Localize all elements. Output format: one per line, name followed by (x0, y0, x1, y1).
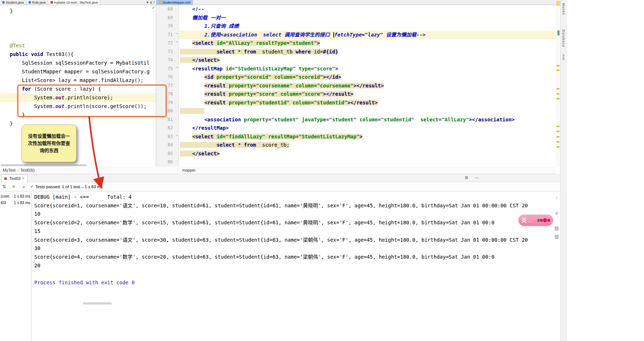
scroll-to-top-icon[interactable]: ↑ (553, 195, 560, 200)
tab-mytest-java[interactable]: mybatis-15-test\...\MyTest.java (48, 0, 101, 5)
close-icon[interactable]: ✕ (22, 177, 25, 180)
code-line: 77 <result property="coursename" column=… (156, 82, 556, 90)
run-console[interactable]: DEBUG [main] - <== Total: 4Score{scoreid… (31, 191, 551, 341)
token (414, 117, 420, 122)
code-text: } (0, 111, 156, 119)
token: javaType (302, 117, 326, 122)
token (253, 40, 256, 46)
tab-student-java[interactable]: Student.java (0, 0, 26, 5)
breadcrumb-mapper[interactable]: mapper (182, 168, 196, 172)
token: = (311, 66, 314, 72)
code-line: 79 <result property="studentid" column="… (156, 99, 556, 107)
code-line: 80 (156, 107, 556, 116)
code-text: <id property="scoreid" column="scoreid">… (179, 73, 556, 82)
code-line: @Test (0, 41, 156, 50)
gutter-line-number: 71− (156, 31, 179, 39)
indent (180, 151, 192, 156)
right-editor-tab-group: StudentMapper.xml (157, 0, 193, 5)
token: = (268, 117, 271, 122)
tree-row-test[interactable]: t03 1 s 83 ms (0, 199, 31, 206)
token: column (359, 117, 378, 122)
token: select (216, 142, 235, 148)
gear-icon[interactable]: ⚙ (465, 175, 469, 180)
token: SqlSession sqlSessionFactory = MybatisUt… (10, 60, 150, 66)
tab-studentmapper-xml[interactable]: StudentMapper.xml (157, 0, 193, 5)
token: "AllLazy" (225, 40, 253, 46)
indent (180, 23, 204, 29)
indent (180, 117, 204, 122)
fold-icon[interactable]: − (176, 66, 178, 69)
token: * (235, 142, 244, 148)
tool-window-database[interactable]: Database (562, 30, 566, 47)
hidden-tabs-dropdown[interactable]: ▼ ≣ 7 (144, 0, 156, 5)
token: List<Score> lazy = mapper.findAllLazy(); (10, 77, 144, 83)
right-tool-window-strip: Maven Database Ant (560, 0, 567, 341)
token (277, 91, 280, 97)
token: fetchType="lazy" 设置为懒加载--> (334, 32, 426, 38)
token: </select> (192, 151, 220, 156)
xml-editor[interactable]: 68 <!--69 懒加载 一对一70 1.只查询 成绩71− 2.使用<ass… (156, 5, 556, 167)
more-chevrons-icon[interactable]: » (22, 184, 25, 189)
indent (180, 134, 192, 139)
fold-icon[interactable]: − (176, 32, 178, 35)
token: = (439, 117, 442, 122)
gutter-line-number: 80 (156, 107, 179, 116)
token: out (55, 103, 64, 109)
fold-icon[interactable]: − (176, 134, 178, 137)
tool-window-maven[interactable]: Maven (562, 3, 566, 15)
fold-icon[interactable]: − (176, 40, 178, 44)
console-line: Score{scoreid=1, coursename='语文', score=… (34, 202, 551, 210)
token: = (286, 40, 289, 46)
java-editor-hscrollbar[interactable] (1, 164, 87, 166)
code-line: 75− <resultMap id="StudentListLazyMap" t… (156, 65, 556, 73)
sort-icon[interactable]: ⇅ (2, 184, 6, 189)
editor-split: }@Testpublic void Test03(){ SqlSession s… (0, 5, 556, 167)
code-line: 76 <id property="scoreid" column="scorei… (156, 73, 556, 82)
chevron-down-icon: ▼ (146, 1, 149, 4)
tests-status-text: Tests passed: 1 of 1 test – 1 s 83 ms (35, 185, 103, 189)
token: = (232, 66, 235, 72)
occurrence-highlight: <result property="coursename" column="co… (204, 83, 384, 89)
token: } (10, 8, 13, 14)
print-icon[interactable]: ▤ (553, 225, 560, 231)
token (225, 100, 228, 105)
tool-window-ant[interactable]: Ant (562, 54, 566, 60)
breadcrumb-method[interactable]: Test03() (21, 168, 35, 172)
scrollbar-mark (556, 88, 560, 90)
code-text: <select id="findAllLazy" resultMap="Stud… (179, 133, 556, 141)
token: "coursename" (256, 83, 293, 89)
breadcrumb-class[interactable]: MyTest (3, 168, 16, 172)
tab-label: Role.java (32, 1, 46, 4)
indent (180, 40, 192, 46)
token: public (10, 51, 28, 57)
console-hscrollbar[interactable] (83, 302, 112, 305)
scrollbar-mark (556, 136, 560, 138)
code-line: for (Score score : lazy) { (0, 85, 156, 93)
code-line: 81 <association property="student" javaT… (156, 116, 556, 124)
tree-row-suite[interactable]: (com. 1 s 83 ms (0, 193, 31, 199)
code-text: 1.只查询 成绩 (179, 22, 556, 31)
gutter-line-number: 77 (156, 82, 179, 90)
minimize-icon[interactable]: ─ (475, 175, 478, 180)
token (214, 40, 216, 46)
code-line: 86 (156, 158, 556, 167)
soft-wrap-icon[interactable]: ≡ (553, 211, 560, 216)
token: <resultMap (192, 66, 223, 72)
console-line: 10 (34, 210, 551, 219)
breadcrumb-bar: MyTest › Test03() mapper (0, 167, 556, 174)
editor-tab-bar: Student.java Role.java mybatis-15-test\.… (0, 0, 567, 5)
token: "student" (329, 117, 356, 122)
token: "AllLazy" (442, 117, 469, 122)
token (225, 83, 228, 89)
token: select (420, 117, 439, 122)
token: ></result> (323, 91, 353, 97)
token: #{id} (323, 49, 338, 55)
run-tab-test03[interactable]: .Test03 ✕ (1, 174, 27, 182)
gutter-line-number: 85 (156, 150, 179, 158)
token: </select> (192, 57, 220, 63)
token: for (22, 86, 31, 92)
token: select (216, 49, 235, 55)
clear-console-icon[interactable]: ▥ (553, 234, 560, 239)
tab-role-java[interactable]: Role.java (26, 0, 48, 5)
expand-collapse-icon[interactable]: ≡ (12, 184, 15, 189)
